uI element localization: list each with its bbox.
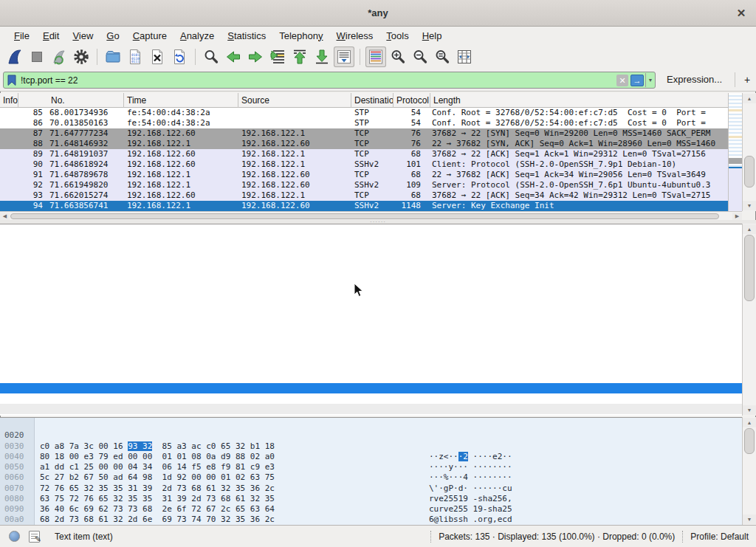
scroll-thumb[interactable] <box>744 235 755 301</box>
detail-tree-item[interactable]: ▶[SEQ/ACK analysis] <box>0 373 742 383</box>
stop-capture-button[interactable] <box>27 47 47 67</box>
packet-row[interactable]: 93 71.662015274 192.168.122.60 192.168.1… <box>0 190 728 201</box>
scroll-thumb[interactable] <box>744 428 755 454</box>
packet-row[interactable]: 85 68.001734936 fe:54:00:d4:38:2a STP 54… <box>0 108 728 118</box>
scroll-up-arrow[interactable]: ▲ <box>743 94 756 103</box>
scroll-down-arrow[interactable]: ▼ <box>743 201 756 210</box>
find-packet-button[interactable] <box>201 47 221 67</box>
capture-options-button[interactable] <box>71 47 92 67</box>
packet-row[interactable]: 90 71.648618924 192.168.122.60 192.168.1… <box>0 159 728 170</box>
expression-button[interactable]: Expression... <box>667 74 722 85</box>
column-header[interactable]: Destination <box>351 93 394 108</box>
zoom-in-button[interactable] <box>388 47 408 67</box>
detail-tree-item[interactable]: TCP payload (1080 bytes) <box>0 393 742 404</box>
detail-tree-item[interactable]: ▼SSH Protocol <box>0 404 742 414</box>
column-header[interactable]: Protocol <box>394 93 430 108</box>
go-to-packet-button[interactable] <box>267 47 288 67</box>
open-file-button[interactable] <box>103 47 123 67</box>
first-packet-button[interactable] <box>289 47 310 67</box>
detail-tree-item[interactable]: ▶[Timestamps] <box>0 383 742 393</box>
scroll-thumb[interactable] <box>10 213 719 219</box>
menu-item[interactable]: Help <box>416 28 449 44</box>
expert-info-icon[interactable] <box>9 531 20 542</box>
hex-row[interactable]: 0040 a1 dd c1 25 00 00 04 34 06 14 f5 e8… <box>0 441 742 452</box>
previous-packet-button[interactable] <box>223 47 244 67</box>
scroll-up-arrow[interactable]: ▲ <box>743 224 756 234</box>
menu-item[interactable]: File <box>7 28 36 44</box>
last-packet-button[interactable] <box>312 47 332 67</box>
detail-tree-item[interactable]: ▶Options: (12 bytes), No-Operation (NOP)… <box>0 362 742 372</box>
filter-history-dropdown[interactable]: ▼ <box>645 73 655 87</box>
packet-minimap-scrollbar[interactable] <box>728 93 742 211</box>
menu-item[interactable]: Capture <box>126 28 173 44</box>
packet-row[interactable]: 86 70.013850163 fe:54:00:d4:38:2a STP 54… <box>0 118 728 128</box>
restart-capture-button[interactable] <box>49 47 69 67</box>
menu-item[interactable]: Wireless <box>330 28 380 44</box>
packet-row[interactable]: 92 71.661949820 192.168.122.1 192.168.12… <box>0 180 728 190</box>
reload-file-button[interactable] <box>169 47 190 67</box>
detail-tree-item[interactable]: [Next sequence number: 1122 (relative se… <box>0 258 742 268</box>
packet-row[interactable]: 88 71.648146932 192.168.122.1 192.168.12… <box>0 139 728 149</box>
details-vscrollbar[interactable]: ▲ ▼ <box>742 224 756 416</box>
detail-tree-item[interactable]: Checksum: 0x79ed [unverified] <box>0 331 742 341</box>
zoom-original-button[interactable] <box>432 47 453 67</box>
scroll-down-arrow[interactable]: ▼ <box>743 405 756 415</box>
column-header[interactable]: Time <box>124 93 238 108</box>
column-header[interactable]: Info <box>0 93 18 108</box>
scroll-left-arrow[interactable]: ◀ <box>0 213 10 220</box>
close-file-button[interactable] <box>147 47 168 67</box>
packet-list-vscrollbar[interactable]: ▲ ▼ <box>742 93 756 211</box>
detail-tree-item[interactable]: Sequence number: 42 (relative sequence n… <box>0 247 742 257</box>
detail-tree-item[interactable]: Urgent pointer: 0 <box>0 351 742 362</box>
close-window-button[interactable]: ✕ <box>734 6 749 21</box>
hex-row[interactable]: 0070 63 75 72 76 65 32 35 35 31 39 2d 73… <box>0 472 742 483</box>
bookmark-icon[interactable] <box>7 75 16 86</box>
resize-columns-button[interactable] <box>454 47 475 67</box>
titlebar[interactable]: *any ✕ <box>0 0 756 27</box>
column-header[interactable]: Source <box>238 93 351 108</box>
menu-item[interactable]: Go <box>100 28 126 44</box>
scroll-right-arrow[interactable]: ▶ <box>732 213 742 220</box>
apply-filter-button[interactable]: → <box>630 75 644 86</box>
add-filter-button[interactable]: + <box>741 72 753 87</box>
zoom-out-button[interactable] <box>410 47 430 67</box>
hex-row[interactable]: 0050 5c 27 b2 67 50 ad 64 98 1d 92 00 00… <box>0 452 742 462</box>
colorize-packets-button[interactable] <box>365 47 386 67</box>
scroll-thumb[interactable] <box>744 156 755 188</box>
capture-comment-icon[interactable] <box>29 531 40 543</box>
display-filter-input[interactable]: !tcp.port == 22 ✕ → ▼ <box>3 72 656 89</box>
scroll-up-arrow[interactable]: ▲ <box>743 418 756 427</box>
packet-row[interactable]: 91 71.648789678 192.168.122.1 192.168.12… <box>0 170 728 180</box>
column-header[interactable]: No. <box>48 93 124 108</box>
hex-row[interactable]: 0020 c0 a8 7a 3c 00 16 93 32 85 a3 ac c0… <box>0 420 742 430</box>
packet-row[interactable]: 94 71.663856741 192.168.122.1 192.168.12… <box>0 201 728 211</box>
detail-tree-item[interactable]: [Window size scaling factor: 128] <box>0 320 742 331</box>
detail-tree-item[interactable]: [TCP Segment Len: 1080] <box>0 236 742 247</box>
menu-item[interactable]: Tools <box>379 28 415 44</box>
profile-text[interactable]: Profile: Default <box>690 531 749 542</box>
next-packet-button[interactable] <box>245 47 266 67</box>
detail-tree-item[interactable]: Window size value: 227 <box>0 299 742 309</box>
detail-tree-item[interactable]: [Stream index: 0] <box>0 226 742 236</box>
detail-tree-item[interactable]: [Calculated window size: 29056] <box>0 310 742 320</box>
detail-tree-item[interactable]: [Checksum Status: Unverified] <box>0 341 742 351</box>
hex-row[interactable]: 00a0 65 63 64 68 2d 73 68 61 32 2d 6e 69… <box>0 504 742 515</box>
hex-row[interactable]: 00b0 38 34 2c 65 63 64 68 2d 73 68 61 32… <box>0 515 742 525</box>
menu-item[interactable]: Analyze <box>173 28 221 44</box>
hex-row[interactable]: 0090 68 2d 73 68 61 32 2d 6e 69 73 74 70… <box>0 494 742 504</box>
auto-scroll-button[interactable] <box>334 47 354 67</box>
start-capture-button[interactable] <box>4 47 25 67</box>
packet-row[interactable]: 87 71.647777234 192.168.122.60 192.168.1… <box>0 128 728 139</box>
column-header[interactable]: Length <box>430 93 728 108</box>
hex-vscrollbar[interactable]: ▲ ▼ <box>742 417 756 525</box>
hex-row[interactable]: 0030 80 18 00 e3 79 ed 00 00 01 01 08 0a… <box>0 430 742 441</box>
menu-item[interactable]: Telephony <box>272 28 329 44</box>
save-file-button[interactable]: 010101100111 <box>125 47 145 67</box>
detail-tree-item[interactable]: Acknowledgment number: 34 (relative ack … <box>0 268 742 278</box>
clear-filter-button[interactable]: ✕ <box>616 75 628 86</box>
filter-text[interactable]: !tcp.port == 22 <box>21 75 616 86</box>
detail-tree-item[interactable]: ▶Flags: 0x018 (PSH, ACK) <box>0 289 742 299</box>
detail-tree-item[interactable]: ▶SSH Version 2 (encryption:chacha20-poly… <box>0 414 742 416</box>
detail-tree-item[interactable]: 1000 .... = Header Length: 32 bytes (8) <box>0 278 742 289</box>
hex-row[interactable]: 0060 72 76 65 32 35 35 31 39 2d 73 68 61… <box>0 462 742 472</box>
